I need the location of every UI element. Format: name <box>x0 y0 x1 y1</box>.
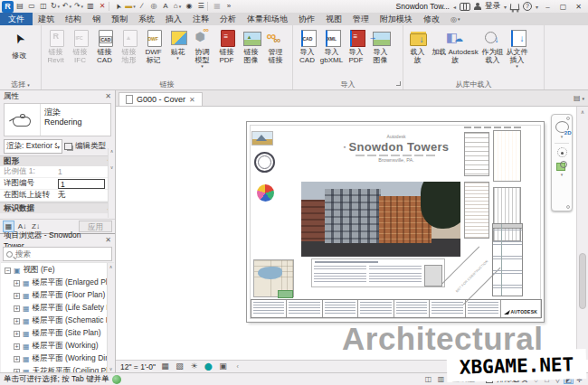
ribbon-tab[interactable]: 预制 <box>106 13 133 25</box>
scrollbar-thumb[interactable] <box>579 253 586 309</box>
file-menu-icon[interactable]: ▤▾ <box>14 1 25 13</box>
maximize-button[interactable]: ▢ <box>557 3 569 11</box>
ribbon-tab[interactable]: 管理 <box>347 13 375 25</box>
view-tab-list-icon[interactable]: ▤▾ <box>574 90 588 106</box>
property-row[interactable]: 详图编号 1 <box>0 178 115 190</box>
section-icon[interactable]: ◉▾ <box>184 1 194 13</box>
tab-file[interactable]: 文件 <box>0 13 33 25</box>
visual-style-icon[interactable]: ▧ <box>175 361 185 372</box>
collapse-icon[interactable]: − <box>5 268 11 274</box>
view-tab-close-icon[interactable]: ✕ <box>189 96 195 104</box>
pan-icon[interactable] <box>557 147 567 157</box>
save-icon[interactable]: ◫▾ <box>38 1 49 13</box>
modify-button[interactable]: 修改▾ <box>2 27 36 60</box>
ribbon-tab[interactable]: 建筑 <box>33 13 60 25</box>
measure-icon[interactable]: ▬▾ <box>125 1 136 13</box>
sign-in-caret-icon[interactable]: ▾ <box>504 4 507 10</box>
browser-scrollbar[interactable]: ∧∨ <box>107 263 114 372</box>
ribbon-tab[interactable]: 协作 <box>293 13 320 25</box>
title-collapse-icon[interactable]: ◂ <box>453 4 456 10</box>
section-identity-data[interactable]: 标识数据⌄ <box>0 202 115 213</box>
ribbon-tab[interactable]: 钢 <box>87 13 106 25</box>
expand-icon[interactable]: + <box>14 331 20 337</box>
close-inactive-views-icon[interactable]: ✕▾ <box>97 1 108 13</box>
insert-from-file-button[interactable]: 从文件 插入▾ <box>505 27 529 69</box>
revit-logo[interactable]: R▾ <box>2 1 14 13</box>
ribbon-tab[interactable]: 视图 <box>320 13 347 25</box>
qat-divider[interactable]: ▾ <box>109 2 112 11</box>
type-preview[interactable]: 渲染 Rendering <box>4 103 111 136</box>
sort-descending-icon[interactable]: Z↓ <box>30 221 42 232</box>
tree-item[interactable]: + ▦ 楼层平面 (Life Safety Plan) <box>1 302 114 315</box>
vcb-more-icon[interactable]: ‹ <box>232 361 242 372</box>
properties-scrollbar[interactable]: ∧∨ <box>108 148 115 218</box>
account-icon[interactable] <box>474 3 481 11</box>
tree-root-views[interactable]: − ▣ 视图 (Fe) <box>1 264 114 277</box>
tree-item[interactable]: + ▦ 楼层平面 (Floor Plan) <box>1 289 114 302</box>
section-graphics[interactable]: 图形⌃ <box>0 155 115 166</box>
print-icon[interactable]: ▥▾ <box>85 1 96 13</box>
aligned-dimension-icon[interactable]: ∕▾ <box>137 1 147 13</box>
scale-button[interactable]: 12" = 1'-0" <box>120 362 156 371</box>
sun-path-icon[interactable]: ☀ <box>189 361 199 372</box>
text-icon[interactable]: A▾ <box>160 1 171 13</box>
ribbon-tab[interactable]: 附加模块 <box>375 13 418 25</box>
ribbon-tab[interactable]: 插入 <box>160 13 187 25</box>
expand-icon[interactable]: + <box>14 280 20 286</box>
steering-wheel-2d-icon[interactable] <box>555 121 569 133</box>
close-button[interactable]: ✕ <box>573 3 584 11</box>
browser-search[interactable] <box>3 247 112 261</box>
link-pdf-button[interactable]: 链接 PDF▾ <box>214 27 239 64</box>
zoom-caret-icon[interactable]: ▾ <box>561 173 564 177</box>
coordination-model-button[interactable]: 协调 模型▾ <box>190 27 214 69</box>
worksets-icon[interactable]: ◫ <box>423 375 432 383</box>
expand-icon[interactable]: + <box>14 293 20 299</box>
cover-sheet[interactable]: Autodesk Snowdon Towers Brownsville, PA. <box>246 121 545 323</box>
edit-type-button[interactable]: 编辑类型 <box>64 141 111 152</box>
tag-by-category-icon[interactable]: ◎▾ <box>148 1 159 13</box>
open-icon[interactable]: ▭▾ <box>26 1 37 13</box>
help-icon[interactable]: ? <box>523 2 532 11</box>
tree-item[interactable]: + ▦ 楼层平面 (Enlarged Plan) <box>1 277 114 289</box>
apply-button[interactable]: 应用 <box>79 221 112 232</box>
default-3d-view-icon[interactable]: ⌂▾ <box>172 1 183 13</box>
load-autodesk-family-button[interactable]: 加载 Autodesk 族▾ <box>430 27 480 64</box>
ribbon-options-icon[interactable]: ◎▾ <box>450 13 460 25</box>
project-browser-close-icon[interactable]: ✕ <box>105 236 111 244</box>
decal-button[interactable]: 贴花▾ <box>166 27 190 61</box>
tree-item[interactable]: + ▦ 天花板平面 (Ceiling Plan) <box>1 365 114 372</box>
canvas-body[interactable]: Autodesk Snowdon Towers Brownsville, PA. <box>116 107 576 360</box>
qat-more-icon[interactable]: »▾ <box>223 1 234 13</box>
sign-in-button[interactable]: 登录 <box>485 1 500 12</box>
sort-ascending-icon[interactable]: A↓ <box>16 221 28 232</box>
tree-item[interactable]: + ▦ 楼层平面 (Site Plan) <box>1 327 114 340</box>
redo-icon[interactable]: ↷▾ <box>73 1 84 13</box>
search-icon[interactable] <box>460 3 470 10</box>
property-row[interactable]: 在图纸上旋转 无 <box>0 190 115 202</box>
sync-with-central-icon[interactable]: ↻▾ <box>50 1 61 13</box>
vertical-scrollbar[interactable]: ∧ ∨ <box>576 107 588 360</box>
thin-lines-icon[interactable]: ☰▾ <box>195 1 206 13</box>
store-cart-icon[interactable] <box>510 4 520 10</box>
type-selector[interactable]: 渲染: Exterior S▾ <box>4 139 62 154</box>
ribbon-tab[interactable]: 体量和场地 <box>242 13 293 25</box>
properties-close-icon[interactable]: ✕ <box>105 92 111 100</box>
editing-requests-icon[interactable]: ▥ <box>436 375 445 383</box>
detail-level-icon[interactable]: ▦ <box>160 361 170 372</box>
import-gbxml-button[interactable]: 导入 gbXML▾ <box>319 27 344 64</box>
tree-item[interactable]: + ▦ 楼层平面 (Working Dimens <box>1 352 114 365</box>
load-family-button[interactable]: 载入 族▾ <box>405 27 430 64</box>
dwf-markup-button[interactable]: DWF 标记▾ <box>141 27 166 64</box>
help-caret-icon[interactable]: ▾ <box>536 4 538 10</box>
view-tab-g000-cover[interactable]: G000 - Cover ✕ <box>119 92 203 106</box>
import-cad-button[interactable]: 导入 CAD▾ <box>295 27 319 64</box>
wheel-caret-icon[interactable]: ▾ <box>561 135 564 139</box>
scroll-up-icon[interactable]: ∧ <box>577 108 588 115</box>
crop-view-icon[interactable]: ▣ <box>218 361 228 372</box>
zoom-icon[interactable] <box>556 161 567 171</box>
reveal-hidden-elements-icon[interactable]: ⬤ <box>204 361 213 372</box>
load-as-group-button[interactable]: 作为组 载入▾ <box>480 27 505 64</box>
link-image-button[interactable]: 链接 图像▾ <box>239 27 263 64</box>
expand-icon[interactable]: + <box>14 305 20 312</box>
panel-label-select[interactable]: 选择 ▾ <box>0 80 41 89</box>
